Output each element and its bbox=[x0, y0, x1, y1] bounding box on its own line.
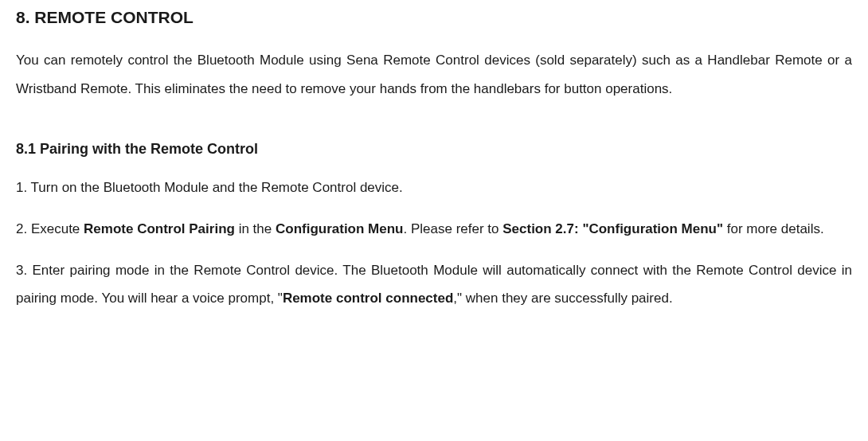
step-1: 1. Turn on the Bluetooth Module and the … bbox=[16, 174, 852, 202]
step-2-text-1: 2. Execute bbox=[16, 221, 84, 236]
step-2-text-4: for more details. bbox=[723, 221, 824, 236]
step-3-bold-1: Remote control connected bbox=[283, 291, 453, 306]
step-2-bold-3: Section 2.7: "Configuration Menu" bbox=[502, 221, 723, 236]
step-2-bold-2: Configuration Menu bbox=[276, 221, 404, 236]
step-3: 3. Enter pairing mode in the Remote Cont… bbox=[16, 256, 852, 313]
intro-paragraph: You can remotely control the Bluetooth M… bbox=[16, 46, 852, 103]
section-title: 8. REMOTE CONTROL bbox=[16, 8, 852, 27]
step-2-text-2: in the bbox=[235, 221, 276, 236]
subsection-title: 8.1 Pairing with the Remote Control bbox=[16, 141, 852, 158]
step-2-bold-1: Remote Control Pairing bbox=[84, 221, 235, 236]
step-2: 2. Execute Remote Control Pairing in the… bbox=[16, 215, 852, 244]
step-2-text-3: . Please refer to bbox=[404, 221, 503, 236]
step-3-text-2: ," when they are successfully paired. bbox=[453, 291, 672, 306]
